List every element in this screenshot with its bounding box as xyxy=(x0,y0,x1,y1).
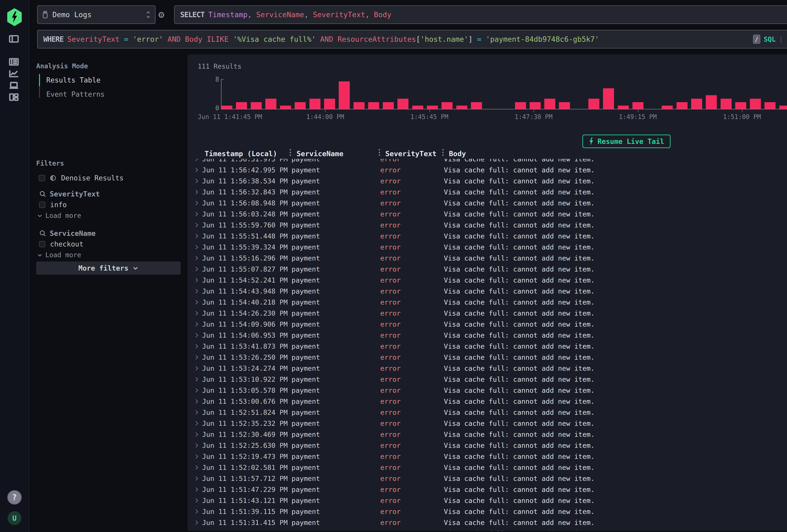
log-row[interactable]: Jun 11 1:56:38.534 PMpaymenterrorVisa ca… xyxy=(188,175,787,187)
histogram-bar[interactable] xyxy=(515,102,526,109)
log-row[interactable]: Jun 11 1:54:06.953 PMpaymenterrorVisa ca… xyxy=(188,330,787,341)
column-resize-handle[interactable] xyxy=(379,149,380,158)
log-row[interactable]: Jun 11 1:52:51.824 PMpaymenterrorVisa ca… xyxy=(188,407,787,418)
log-row[interactable]: Jun 11 1:55:51.448 PMpaymenterrorVisa ca… xyxy=(188,231,787,241)
histogram-bar[interactable] xyxy=(310,99,320,109)
row-expand-chevron-icon[interactable] xyxy=(194,387,202,393)
column-header-severitytext[interactable]: SeverityText xyxy=(385,148,437,159)
row-expand-chevron-icon[interactable] xyxy=(194,321,202,327)
filter-checkbox-checkout[interactable] xyxy=(39,241,45,247)
row-expand-chevron-icon[interactable] xyxy=(194,277,202,283)
gear-icon[interactable]: ⚙ xyxy=(155,8,168,21)
histogram-bar[interactable] xyxy=(618,106,629,109)
histogram-bar[interactable] xyxy=(412,106,423,109)
histogram-bar[interactable] xyxy=(779,106,787,109)
filter-option-checkout[interactable]: checkout xyxy=(50,240,83,248)
log-row[interactable]: Jun 11 1:56:03.248 PMpaymenterrorVisa ca… xyxy=(188,209,787,219)
row-expand-chevron-icon[interactable] xyxy=(194,497,202,504)
row-expand-chevron-icon[interactable] xyxy=(194,266,202,272)
row-expand-chevron-icon[interactable] xyxy=(194,332,202,338)
row-expand-chevron-icon[interactable] xyxy=(194,178,202,184)
log-row[interactable]: Jun 11 1:51:57.712 PMpaymenterrorVisa ca… xyxy=(188,473,787,484)
histogram-bar[interactable] xyxy=(588,99,599,109)
row-expand-chevron-icon[interactable] xyxy=(194,189,202,195)
column-header-servicename[interactable]: ServiceName xyxy=(297,148,343,159)
load-more-severitytext[interactable]: Load more xyxy=(37,212,81,219)
histogram-bar[interactable] xyxy=(603,88,614,109)
log-row[interactable]: Jun 11 1:54:40.218 PMpaymenterrorVisa ca… xyxy=(188,297,787,308)
row-expand-chevron-icon[interactable] xyxy=(194,288,202,294)
histogram-bar[interactable] xyxy=(368,102,379,109)
histogram-bar[interactable] xyxy=(677,102,687,109)
row-expand-chevron-icon[interactable] xyxy=(194,244,202,250)
histogram-bar[interactable] xyxy=(398,99,408,109)
histogram-bar[interactable] xyxy=(265,99,276,109)
histogram-bar[interactable] xyxy=(427,106,438,109)
log-row[interactable]: Jun 11 1:56:42.995 PMpaymenterrorVisa ca… xyxy=(188,165,787,175)
row-expand-chevron-icon[interactable] xyxy=(194,365,202,371)
log-row[interactable]: Jun 11 1:52:02.581 PMpaymenterrorVisa ca… xyxy=(188,462,787,473)
row-expand-chevron-icon[interactable] xyxy=(194,475,202,482)
filter-field-servicename[interactable]: ServiceName xyxy=(50,229,95,237)
row-expand-chevron-icon[interactable] xyxy=(194,167,202,173)
histogram-bar[interactable] xyxy=(354,102,364,109)
histogram-bar[interactable] xyxy=(221,106,232,109)
log-row[interactable]: Jun 11 1:51:39.115 PMpaymenterrorVisa ca… xyxy=(188,506,787,517)
row-expand-chevron-icon[interactable] xyxy=(194,222,202,228)
histogram-bar[interactable] xyxy=(251,102,262,109)
log-row[interactable]: Jun 11 1:51:47.229 PMpaymenterrorVisa ca… xyxy=(188,484,787,495)
histogram-bar[interactable] xyxy=(721,99,731,109)
histogram-bar[interactable] xyxy=(471,102,482,109)
log-row[interactable]: Jun 11 1:54:26.230 PMpaymenterrorVisa ca… xyxy=(188,308,787,319)
log-row[interactable]: Jun 11 1:56:08.948 PMpaymenterrorVisa ca… xyxy=(188,197,787,209)
log-row[interactable]: Jun 11 1:52:25.630 PMpaymenterrorVisa ca… xyxy=(188,440,787,451)
log-row[interactable]: Jun 11 1:55:39.324 PMpaymenterrorVisa ca… xyxy=(188,241,787,253)
filter-checkbox-info[interactable] xyxy=(39,201,45,208)
log-row[interactable]: Jun 11 1:54:09.906 PMpaymenterrorVisa ca… xyxy=(188,319,787,330)
source-selector[interactable]: Demo Logs xyxy=(37,5,155,24)
histogram-bar[interactable] xyxy=(662,106,673,109)
row-expand-chevron-icon[interactable] xyxy=(194,343,202,349)
log-row[interactable]: Jun 11 1:53:41.873 PMpaymenterrorVisa ca… xyxy=(188,341,787,352)
collapse-sidebar-icon[interactable] xyxy=(8,34,20,44)
row-expand-chevron-icon[interactable] xyxy=(194,310,202,316)
log-row[interactable]: Jun 11 1:54:43.948 PMpaymenterrorVisa ca… xyxy=(188,286,787,297)
row-expand-chevron-icon[interactable] xyxy=(194,453,202,460)
user-avatar[interactable]: U xyxy=(7,511,21,525)
row-expand-chevron-icon[interactable] xyxy=(194,519,202,526)
log-row[interactable]: Jun 11 1:53:26.250 PMpaymenterrorVisa ca… xyxy=(188,352,787,363)
log-row[interactable]: Jun 11 1:51:23.457 PMpaymenterrorVisa ca… xyxy=(188,528,787,531)
column-resize-handle[interactable] xyxy=(442,149,444,158)
more-filters-button[interactable]: More filters xyxy=(36,261,181,275)
row-expand-chevron-icon[interactable] xyxy=(194,531,202,531)
row-expand-chevron-icon[interactable] xyxy=(194,255,202,261)
log-row[interactable]: Jun 11 1:55:16.296 PMpaymenterrorVisa ca… xyxy=(188,253,787,264)
histogram-bar[interactable] xyxy=(633,102,643,109)
histogram-bar[interactable] xyxy=(324,99,335,109)
log-row[interactable]: Jun 11 1:53:05.578 PMpaymenterrorVisa ca… xyxy=(188,385,787,396)
denoise-checkbox[interactable] xyxy=(39,175,45,181)
chart-explorer-icon[interactable] xyxy=(8,68,20,79)
row-expand-chevron-icon[interactable] xyxy=(194,443,202,448)
row-expand-chevron-icon[interactable] xyxy=(194,431,202,438)
filter-field-severitytext[interactable]: SeverityText xyxy=(50,190,100,198)
row-expand-chevron-icon[interactable] xyxy=(194,200,202,206)
row-expand-chevron-icon[interactable] xyxy=(194,409,202,416)
row-expand-chevron-icon[interactable] xyxy=(194,159,202,162)
log-row[interactable]: Jun 11 1:53:00.676 PMpaymenterrorVisa ca… xyxy=(188,396,787,407)
histogram-bar[interactable] xyxy=(442,102,452,109)
row-expand-chevron-icon[interactable] xyxy=(194,509,202,514)
histogram-bar[interactable] xyxy=(280,106,291,109)
dashboards-icon[interactable] xyxy=(8,92,20,103)
row-expand-chevron-icon[interactable] xyxy=(194,487,202,492)
histogram-bar[interactable] xyxy=(750,99,761,109)
histogram-bar[interactable] xyxy=(530,102,541,109)
denoise-label[interactable]: Denoise Results xyxy=(61,174,124,182)
histogram-bar[interactable] xyxy=(544,99,555,109)
column-header-timestamp[interactable]: Timestamp (Local) xyxy=(205,148,277,159)
log-row[interactable]: Jun 11 1:51:31.415 PMpaymenterrorVisa ca… xyxy=(188,517,787,528)
mode-item-event-patterns[interactable]: Event Patterns xyxy=(46,89,105,99)
mode-item-results-table[interactable]: Results Table xyxy=(46,75,101,85)
log-row[interactable]: Jun 11 1:53:10.922 PMpaymenterrorVisa ca… xyxy=(188,374,787,385)
log-row[interactable]: Jun 11 1:54:52.241 PMpaymenterrorVisa ca… xyxy=(188,275,787,286)
